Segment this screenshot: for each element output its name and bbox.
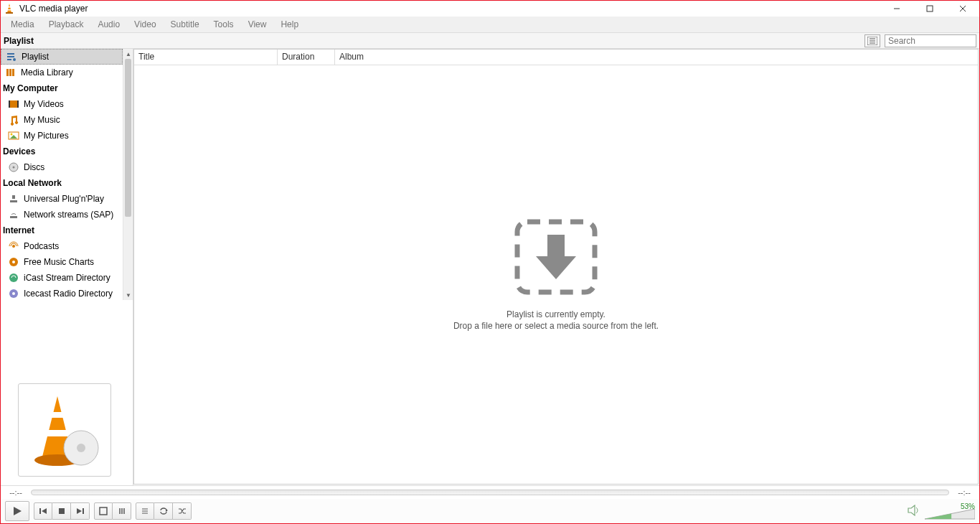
svg-marker-57 (908, 505, 915, 515)
sidebar-item-icast-stream-directory[interactable]: iCast Stream Directory (1, 270, 123, 286)
playlist-header-row: Playlist (1, 33, 979, 49)
window-title: VLC media player (19, 4, 880, 14)
podcast-icon (8, 240, 19, 252)
scrollbar-thumb[interactable] (125, 59, 131, 217)
sidebar-item-label: Discs (24, 162, 44, 172)
column-album[interactable]: Album (335, 50, 978, 65)
icast-icon (8, 272, 19, 284)
svg-rect-17 (9, 69, 11, 76)
svg-rect-28 (12, 195, 15, 199)
seek-slider[interactable] (31, 490, 949, 495)
mute-button[interactable] (908, 505, 920, 518)
upnp-icon (8, 193, 19, 205)
sidebar-item-my-pictures[interactable]: My Pictures (1, 128, 123, 144)
column-duration[interactable]: Duration (278, 50, 335, 65)
svg-rect-5 (927, 6, 933, 11)
random-button[interactable] (173, 502, 192, 520)
sidebar-item-network-streams-sap-[interactable]: Network streams (SAP) (1, 207, 123, 223)
sidebar-item-label: Network streams (SAP) (24, 210, 113, 220)
menu-playback[interactable]: Playback (42, 17, 91, 32)
sidebar-item-playlist[interactable]: Playlist (1, 49, 123, 65)
svg-rect-12 (7, 53, 14, 55)
menu-view[interactable]: View (241, 17, 274, 32)
sidebar-item-label: Icecast Radio Directory (24, 289, 113, 299)
library-icon (5, 67, 17, 78)
svg-marker-0 (7, 4, 11, 13)
search-input[interactable] (885, 34, 976, 47)
svg-point-32 (12, 261, 15, 263)
sidebar-item-label: Playlist (22, 52, 49, 62)
svg-point-33 (9, 273, 18, 282)
svg-rect-16 (6, 69, 9, 76)
svg-marker-47 (77, 508, 82, 514)
svg-rect-27 (10, 200, 17, 202)
video-icon (8, 98, 19, 110)
sidebar-item-my-videos[interactable]: My Videos (1, 96, 123, 112)
close-button[interactable] (946, 1, 979, 17)
next-button[interactable] (71, 502, 90, 520)
menu-video[interactable]: Video (127, 17, 163, 32)
menu-tools[interactable]: Tools (207, 17, 241, 32)
sap-icon (8, 209, 19, 220)
time-elapsed[interactable]: --:-- (5, 488, 27, 497)
minimize-button[interactable] (880, 1, 913, 17)
stop-button[interactable] (52, 502, 71, 520)
sidebar: PlaylistMedia LibraryMy ComputerMy Video… (1, 49, 133, 485)
scroll-down-icon[interactable]: ▼ (123, 290, 133, 300)
sidebar-item-free-music-charts[interactable]: Free Music Charts (1, 254, 123, 270)
sidebar-item-media-library[interactable]: Media Library (1, 65, 123, 80)
column-headers: Title Duration Album (134, 50, 978, 65)
toggle-playlist-view-button[interactable] (864, 34, 880, 47)
sidebar-scrollbar[interactable]: ▲ ▼ (123, 49, 133, 300)
toggle-playlist-button[interactable] (136, 502, 154, 520)
menu-subtitle[interactable]: Subtitle (164, 17, 207, 32)
svg-rect-14 (7, 59, 11, 60)
svg-point-15 (13, 58, 16, 61)
loop-button[interactable] (154, 502, 173, 520)
time-total[interactable]: --:-- (953, 488, 975, 497)
sidebar-item-discs[interactable]: Discs (1, 159, 123, 175)
svg-rect-37 (50, 412, 65, 418)
svg-rect-21 (17, 100, 19, 108)
playlist-dropzone[interactable]: Playlist is currently empty. Drop a file… (134, 65, 978, 484)
sidebar-item-label: Free Music Charts (24, 257, 94, 267)
extended-settings-button[interactable] (113, 502, 131, 520)
scroll-up-icon[interactable]: ▲ (123, 49, 133, 59)
sidebar-header: My Computer (1, 80, 123, 96)
disc-icon (8, 162, 19, 173)
svg-rect-48 (83, 508, 84, 514)
svg-rect-2 (8, 9, 11, 11)
volume-slider[interactable] (925, 509, 975, 520)
sidebar-item-label: Podcasts (24, 241, 59, 251)
dropzone-icon (513, 217, 599, 299)
svg-point-23 (11, 134, 13, 136)
sidebar-item-podcasts[interactable]: Podcasts (1, 238, 123, 254)
svg-rect-18 (12, 69, 14, 76)
svg-rect-38 (47, 430, 67, 436)
sidebar-item-icecast-radio-directory[interactable]: Icecast Radio Directory (1, 286, 123, 300)
fullscreen-button[interactable] (94, 502, 113, 520)
svg-rect-46 (59, 508, 65, 514)
column-title[interactable]: Title (134, 50, 278, 65)
music-icon (8, 114, 19, 126)
maximize-button[interactable] (913, 1, 946, 17)
svg-rect-49 (100, 507, 107, 515)
svg-point-41 (77, 444, 85, 452)
playlist-heading: Playlist (4, 36, 864, 46)
charts-icon (8, 256, 19, 268)
play-button[interactable] (5, 501, 29, 521)
menu-audio[interactable]: Audio (90, 17, 127, 32)
menu-media[interactable]: Media (4, 17, 42, 32)
empty-text-1: Playlist is currently empty. (507, 309, 606, 319)
menu-bar: Media Playback Audio Video Subtitle Tool… (1, 17, 979, 33)
previous-button[interactable] (34, 502, 52, 520)
svg-rect-1 (8, 6, 11, 8)
svg-rect-20 (9, 100, 10, 108)
menu-help[interactable]: Help (273, 17, 306, 32)
sidebar-item-label: My Pictures (24, 131, 69, 141)
playlist-panel: Title Duration Album Playlist is current… (133, 49, 979, 485)
sidebar-item-label: iCast Stream Directory (24, 273, 110, 283)
title-bar: VLC media player (1, 1, 979, 17)
sidebar-item-universal-plug-n-play[interactable]: Universal Plug'n'Play (1, 191, 123, 207)
sidebar-item-my-music[interactable]: My Music (1, 112, 123, 128)
